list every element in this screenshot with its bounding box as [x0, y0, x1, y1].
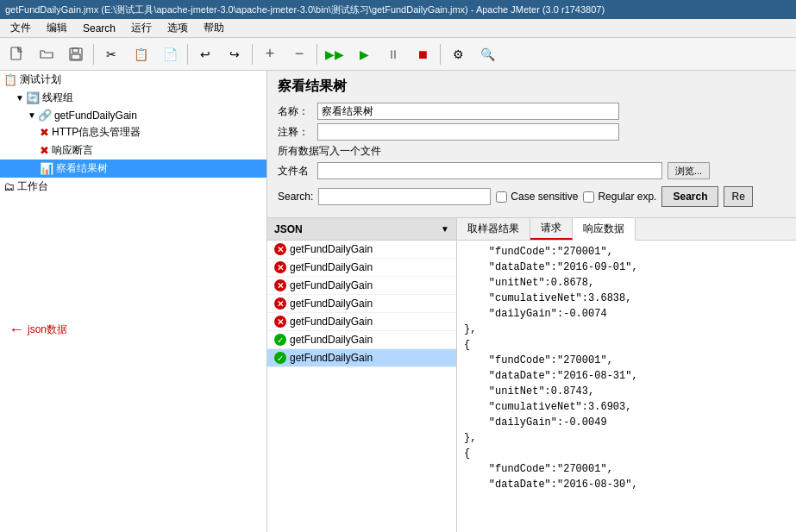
list-item-label: getFundDailyGain [290, 279, 373, 291]
menu-search[interactable]: Search [76, 21, 122, 36]
filename-input[interactable] [317, 162, 662, 179]
tabs-bar: 取样器结果请求响应数据 [457, 218, 796, 241]
toolbar-copy[interactable]: 📋 [127, 41, 154, 67]
tree-label-http-header: HTTP信息头管理器 [52, 125, 141, 140]
json-line: "cumulativeNet":3.6903, [464, 399, 789, 415]
separator-4 [317, 44, 317, 65]
tree-label-plan: 测试计划 [20, 72, 61, 87]
file-section-label: 所有数据写入一个文件 [278, 144, 381, 159]
data-content: "fundCode":"270001", "dataDate":"2016-09… [457, 241, 796, 532]
file-section-row: 所有数据写入一个文件 [278, 144, 786, 159]
new-icon [9, 47, 25, 62]
list-item-label: getFundDailyGain [290, 334, 373, 346]
search-input[interactable] [318, 188, 491, 205]
toolbar-add[interactable]: + [256, 41, 284, 67]
assertion-icon: ✖ [40, 144, 49, 157]
list-item[interactable]: ✕getFundDailyGain [267, 259, 456, 277]
json-line: "dailyGain":-0.0074 [464, 306, 789, 322]
filename-label: 文件名 [278, 164, 312, 178]
http-header-icon: ✖ [40, 126, 49, 139]
json-line: "dataDate":"2016-08-30", [464, 477, 789, 492]
toolbar-run-all[interactable]: ▶▶ [321, 41, 348, 67]
json-line: "fundCode":"270001", [464, 353, 789, 368]
list-item[interactable]: ✓getFundDailyGain [267, 349, 456, 367]
json-line: "dataDate":"2016-09-01", [464, 260, 789, 275]
separator-2 [187, 44, 188, 65]
json-line: "fundCode":"270001", [464, 244, 789, 260]
list-header-label: JSON [274, 223, 303, 235]
error-status-icon: ✕ [274, 297, 286, 310]
name-label: 名称： [278, 104, 312, 119]
tree-item-workbench[interactable]: 🗂 工作台 [0, 178, 266, 196]
separator-1 [93, 44, 94, 65]
menu-edit[interactable]: 编辑 [40, 19, 74, 37]
tree-item-http-header[interactable]: ✖ HTTP信息头管理器 [0, 123, 266, 141]
open-icon [39, 47, 54, 61]
toolbar-new[interactable] [3, 41, 31, 67]
json-line: "unitNet":0.8743, [464, 384, 789, 399]
data-panel: 取样器结果请求响应数据 "fundCode":"270001", "dataDa… [457, 218, 796, 532]
toolbar-stop[interactable]: ⏹ [409, 41, 436, 67]
list-item[interactable]: ✕getFundDailyGain [267, 241, 456, 259]
separator-3 [252, 44, 253, 65]
toolbar-run[interactable]: ▶ [350, 41, 378, 67]
list-dropdown-btn[interactable]: ▼ [441, 224, 449, 234]
name-input[interactable] [317, 103, 619, 120]
tab-响应数据[interactable]: 响应数据 [573, 218, 636, 241]
comment-input[interactable] [317, 123, 619, 141]
reset-button[interactable]: Re [724, 186, 752, 207]
list-item-label: getFundDailyGain [290, 352, 373, 364]
toolbar-undo[interactable]: ↩ [191, 41, 219, 67]
tree-item-assertion[interactable]: ✖ 响应断言 [0, 141, 266, 160]
tab-取样器结果[interactable]: 取样器结果 [457, 218, 530, 240]
toolbar-paste[interactable]: 📄 [156, 41, 184, 67]
list-item[interactable]: ✕getFundDailyGain [267, 277, 456, 295]
menu-options[interactable]: 选项 [160, 19, 195, 37]
list-items: ✕getFundDailyGain✕getFundDailyGain✕getFu… [267, 241, 456, 532]
comment-row: 注释： [278, 123, 786, 141]
main-layout: 📋 测试计划 ▼ 🔄 线程组 ▼ 🔗 getFundDailyGain ✖ HT… [0, 71, 796, 532]
json-line: "dataDate":"2016-08-31", [464, 368, 789, 384]
list-item[interactable]: ✕getFundDailyGain [267, 313, 456, 331]
toolbar-browse[interactable]: 🔍 [473, 41, 501, 67]
tree-item-result-tree[interactable]: 📊 察看结果树 [0, 160, 266, 178]
regex-checkbox[interactable] [583, 191, 594, 203]
case-sensitive-checkbox[interactable] [496, 191, 507, 203]
annotation: ← json数据 [9, 321, 67, 339]
name-row: 名称： [278, 103, 786, 120]
toolbar-cut[interactable]: ✂ [97, 41, 125, 67]
toolbar-save[interactable] [62, 41, 90, 67]
browse-button[interactable]: 浏览... [668, 162, 710, 179]
search-button[interactable]: Search [661, 186, 718, 207]
tree-label-sampler: getFundDailyGain [54, 110, 137, 122]
result-title: 察看结果树 [278, 78, 786, 96]
list-item[interactable]: ✓getFundDailyGain [267, 331, 456, 349]
error-status-icon: ✕ [274, 279, 286, 291]
case-sensitive-label: Case sensitive [496, 191, 578, 203]
list-panel: JSON ▼ ✕getFundDailyGain✕getFundDailyGai… [267, 218, 457, 532]
json-line: "dailyGain":-0.0049 [464, 415, 789, 430]
toolbar-redo[interactable]: ↪ [221, 41, 248, 67]
search-row: Search: Case sensitive Regular exp. Sear… [278, 183, 786, 210]
tree-item-thread[interactable]: ▼ 🔄 线程组 [0, 89, 266, 107]
menu-run[interactable]: 运行 [124, 19, 159, 37]
tree-label-thread: 线程组 [42, 91, 73, 105]
menu-file[interactable]: 文件 [3, 19, 38, 37]
toolbar-remove[interactable]: − [285, 41, 313, 67]
tree-item-sampler[interactable]: ▼ 🔗 getFundDailyGain [0, 107, 266, 123]
menu-help[interactable]: 帮助 [197, 19, 231, 37]
filename-row: 文件名 浏览... [278, 162, 786, 179]
result-tree-icon: 📊 [40, 162, 53, 175]
list-item[interactable]: ✕getFundDailyGain [267, 295, 456, 313]
titlebar: getFundDailyGain.jmx (E:\测试工具\apache-jme… [0, 0, 796, 19]
save-icon [69, 47, 83, 61]
toolbar-open[interactable] [33, 41, 60, 67]
toolbar-settings[interactable]: ⚙ [444, 41, 472, 67]
tree-item-plan[interactable]: 📋 测试计划 [0, 71, 266, 89]
plan-icon: 📋 [3, 73, 17, 86]
titlebar-text: getFundDailyGain.jmx (E:\测试工具\apache-jme… [5, 3, 605, 16]
list-item-label: getFundDailyGain [290, 243, 373, 255]
toolbar-pause[interactable]: ⏸ [379, 41, 407, 67]
workbench-icon: 🗂 [3, 180, 15, 193]
tab-请求[interactable]: 请求 [530, 218, 573, 240]
